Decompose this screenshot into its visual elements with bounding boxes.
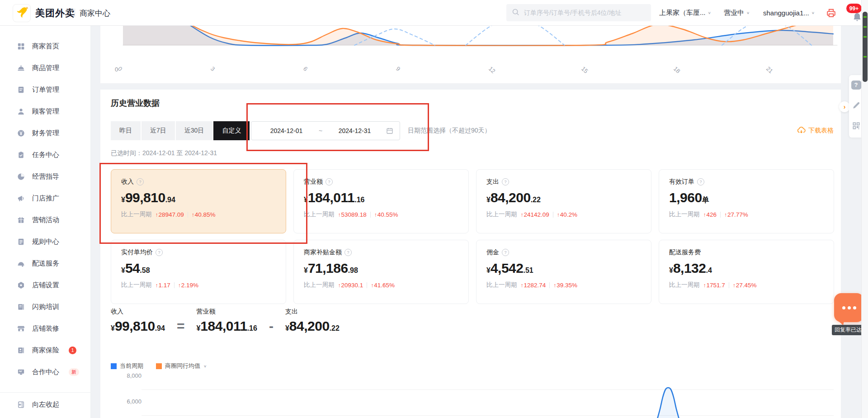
info-icon[interactable]: ? (502, 178, 509, 185)
marketing-icon (16, 215, 25, 224)
printer-icon[interactable] (826, 7, 837, 20)
sidebar-item-dish[interactable]: 商品管理 (0, 57, 90, 79)
sidebar-item-marketing[interactable]: 营销活动 (0, 209, 90, 231)
sidebar-item-label: 商家保险 (32, 346, 59, 355)
info-icon[interactable]: ? (156, 249, 163, 256)
cooperation-icon (16, 367, 25, 376)
sidebar-item-label: 商家首页 (32, 42, 59, 51)
delta-value: 426 (703, 211, 717, 218)
collapse-label: 向左收起 (32, 400, 59, 409)
qr-code-icon (852, 121, 861, 130)
panel-expand-chevron[interactable]: › (839, 101, 850, 112)
info-icon[interactable]: ? (137, 178, 144, 185)
download-label: 下载表格 (808, 127, 834, 135)
sidebar-item-cooperation[interactable]: 合作中心新 (0, 361, 90, 383)
dish-icon (16, 63, 25, 72)
sidebar-item-rules[interactable]: 规则中心 (0, 231, 90, 252)
compare-label: 比上一周期 (669, 281, 700, 289)
compare-row: 比上一周期1751.727.45% (669, 281, 824, 289)
stat-card-2[interactable]: 支出?¥84,200.22比上一周期24142.0940.2% (476, 169, 651, 233)
store-selector[interactable]: 上果家（车厘...∨ (659, 0, 711, 25)
stat-title: 支出 (486, 178, 499, 186)
stat-card-3[interactable]: 有效订单?1,960单比上一周期42627.77% (659, 169, 834, 233)
decoration-icon (16, 324, 25, 333)
account-menu[interactable]: shangguojia1...∨ (763, 0, 815, 25)
sidebar-item-dashboard[interactable]: 商家首页 (0, 35, 90, 57)
stat-title: 配送服务费 (669, 248, 701, 256)
sidebar-item-decoration[interactable]: 店铺装修 (0, 318, 90, 339)
promote-icon (16, 194, 25, 203)
qr-code-button[interactable] (851, 120, 861, 131)
stat-card-0[interactable]: 收入?¥99,810.94比上一周期28947.0940.85% (111, 169, 286, 233)
compare-label: 比上一周期 (304, 281, 335, 289)
date-range-picker[interactable]: 2024-12-01 ~ 2024-12-31 (251, 121, 400, 140)
download-table-link[interactable]: 下载表格 (797, 126, 834, 135)
formula-mid: 营业额¥184,011.16 (196, 308, 257, 334)
compare-row: 比上一周期1.172.19% (121, 281, 276, 289)
compare-row: 比上一周期28947.0940.85% (121, 210, 276, 218)
delta-percent: 40.55% (374, 211, 398, 218)
info-icon[interactable]: ? (697, 178, 704, 185)
chevron-down-icon: ∨ (746, 11, 750, 15)
help-button[interactable]: ? (851, 80, 861, 90)
customer-chat-bubble[interactable] (834, 293, 864, 322)
stat-card-5[interactable]: 商家补贴金额?¥71,186.98比上一周期20930.141.65% (293, 240, 469, 304)
section-title: 历史营业数据 (111, 98, 160, 109)
customer-icon (16, 107, 25, 116)
header-divider (75, 9, 75, 17)
compare-label: 比上一周期 (486, 210, 517, 218)
feedback-pencil-button[interactable] (851, 100, 861, 110)
range-tab-3[interactable]: 自定义 (213, 121, 250, 140)
hourly-line-chart[interactable] (100, 25, 841, 83)
sidebar-item-label: 订单管理 (32, 86, 59, 94)
compare-row: 比上一周期20930.141.65% (304, 281, 458, 289)
stat-card-1[interactable]: 营业额?¥184,011.16比上一周期53089.1840.55% (293, 169, 469, 233)
sidebar-item-order[interactable]: 订单管理 (0, 79, 90, 100)
sidebar-item-training[interactable]: 闪购培训 (0, 296, 90, 318)
stat-card-4[interactable]: 实付单均价?¥54.58比上一周期1.172.19% (111, 240, 286, 304)
sidebar-item-settings[interactable]: 店铺设置 (0, 274, 90, 296)
page-scrollbar[interactable] (861, 0, 868, 418)
compare-label: 比上一周期 (486, 281, 517, 289)
legend-item-1[interactable]: 商圈同行均值∨ (156, 362, 207, 370)
scrollbar-thumb[interactable] (863, 12, 868, 82)
sidebar-item-customer[interactable]: 顾客管理 (0, 100, 90, 122)
range-tab-1[interactable]: 近7日 (142, 121, 175, 140)
sidebar-item-guidance[interactable]: 经营指导 (0, 166, 90, 187)
date-from-field[interactable]: 2024-12-01 (258, 127, 315, 134)
range-tab-2[interactable]: 近30日 (176, 121, 213, 140)
sidebar-item-delivery[interactable]: 配送服务 (0, 252, 90, 274)
sidebar-item-label: 配送服务 (32, 259, 59, 268)
compare-label: 比上一周期 (304, 210, 335, 218)
delta-percent: 27.77% (724, 211, 748, 218)
stat-card-7[interactable]: 配送服务费¥8,132.4比上一周期1751.727.45% (659, 240, 834, 304)
history-trend-chart[interactable] (100, 375, 841, 418)
portal-title: 商家中心 (80, 8, 110, 19)
sidebar-item-label: 财务管理 (32, 129, 59, 138)
sidebar-item-insurance[interactable]: 商家保险1 (0, 339, 90, 361)
meituan-logo[interactable] (13, 4, 31, 22)
info-icon[interactable]: ? (326, 178, 333, 185)
equals-sign: = (177, 318, 185, 334)
sidebar-item-label: 店铺设置 (32, 281, 59, 290)
collapse-sidebar-button[interactable]: 向左收起 (0, 394, 90, 415)
order-search-box[interactable] (506, 4, 651, 21)
minus-sign: - (269, 318, 274, 334)
stat-card-6[interactable]: 佣金?¥4,542.51比上一周期1282.7439.35% (476, 240, 651, 304)
delta-percent: 2.19% (178, 282, 198, 289)
chevron-down-icon: ∨ (203, 364, 207, 368)
range-tab-0[interactable]: 昨日 (111, 121, 141, 140)
date-to-field[interactable]: 2024-12-31 (326, 127, 383, 134)
sidebar-item-finance[interactable]: 财务管理 (0, 122, 90, 144)
business-status-selector[interactable]: 营业中∨ (724, 0, 750, 25)
info-icon[interactable]: ? (502, 249, 509, 256)
sidebar-item-promote[interactable]: 门店推广 (0, 187, 90, 209)
delta-value: 1.17 (156, 282, 170, 289)
info-icon[interactable]: ? (344, 249, 352, 256)
legend-item-0[interactable]: 当前周期 (111, 362, 143, 370)
search-input[interactable] (523, 9, 646, 17)
compare-row: 比上一周期24142.0940.2% (486, 210, 641, 218)
question-bubble-icon: ? (851, 81, 861, 90)
scroll-marker (863, 36, 867, 38)
sidebar-item-task[interactable]: 任务中心 (0, 144, 90, 166)
